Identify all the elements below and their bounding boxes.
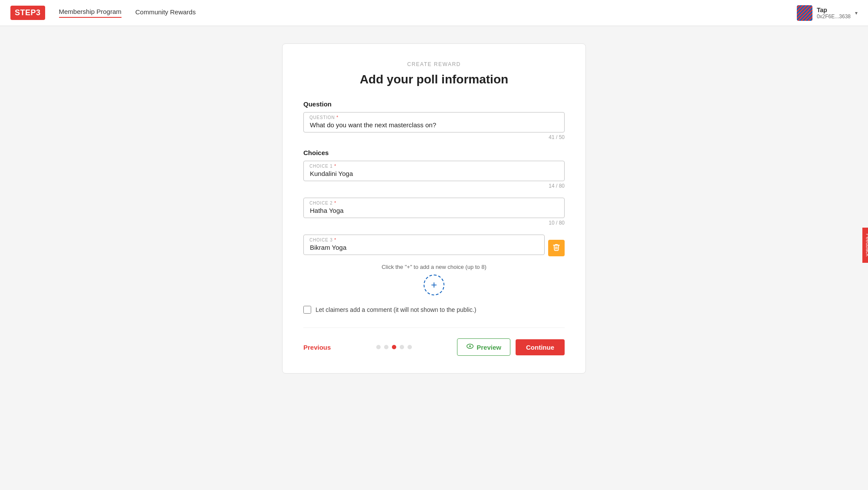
choice1-row: CHOICE 1 14 / 80: [303, 161, 565, 196]
plus-icon: +: [431, 279, 437, 291]
header: STEP3 Membership Program Community Rewar…: [0, 0, 868, 26]
choice2-input[interactable]: [303, 198, 565, 218]
wallet-avatar: [797, 5, 812, 21]
preview-button[interactable]: Preview: [457, 338, 510, 356]
step-dot-1: [376, 345, 381, 349]
choices-section: Choices CHOICE 1 14 / 80 CHOICE 2: [303, 149, 565, 257]
step-dots: [376, 345, 412, 349]
choice1-char-count: 14 / 80: [303, 183, 565, 189]
choice3-field-group: CHOICE 3: [303, 235, 545, 255]
svg-point-1: [469, 345, 471, 347]
chevron-down-icon[interactable]: ▾: [855, 10, 858, 16]
choice2-field-group: CHOICE 2: [303, 198, 565, 218]
form-title: Add your poll information: [303, 73, 565, 86]
form-footer: Previous Preview C: [303, 328, 565, 356]
step-dot-4: [400, 345, 404, 349]
step-dot-5: [408, 345, 412, 349]
wallet-info: Tap 0x2F6E...3638: [817, 7, 851, 20]
choice3-delete-button[interactable]: [548, 240, 565, 256]
choice1-field-group: CHOICE 1: [303, 161, 565, 181]
claimers-comment-checkbox[interactable]: [303, 306, 311, 314]
question-field-group: QUESTION: [303, 112, 565, 132]
footer-right: Preview Continue: [457, 338, 565, 356]
question-section-label: Question: [303, 100, 565, 108]
previous-button[interactable]: Previous: [303, 344, 331, 351]
choice2-char-count: 10 / 80: [303, 220, 565, 226]
choice2-row: CHOICE 2 10 / 80: [303, 198, 565, 233]
choice1-wrap: CHOICE 1 14 / 80: [303, 161, 565, 196]
question-input[interactable]: [303, 112, 565, 132]
checkbox-label[interactable]: Let claimers add a comment (it will not …: [316, 306, 476, 313]
step-label: CREATE REWARD: [303, 61, 565, 67]
delete-icon: [552, 243, 560, 253]
form-card: CREATE REWARD Add your poll information …: [282, 43, 586, 374]
choice3-row: CHOICE 3: [303, 235, 565, 257]
nav: Membership Program Community Rewards: [59, 8, 196, 18]
continue-button[interactable]: Continue: [516, 339, 565, 355]
preview-label: Preview: [477, 344, 501, 351]
checkbox-row: Let claimers add a comment (it will not …: [303, 306, 565, 314]
nav-community[interactable]: Community Rewards: [135, 8, 196, 17]
eye-icon: [466, 343, 474, 351]
choice2-wrap: CHOICE 2 10 / 80: [303, 198, 565, 233]
feedback-tab[interactable]: Feedback: [862, 228, 868, 263]
main-content: CREATE REWARD Add your poll information …: [0, 26, 868, 490]
nav-membership[interactable]: Membership Program: [59, 8, 122, 18]
step-dot-2: [384, 345, 388, 349]
add-choice-hint: Click the "+" to add a new choice (up to…: [303, 264, 565, 270]
choice3-wrap: CHOICE 3: [303, 235, 545, 257]
choices-section-label: Choices: [303, 149, 565, 156]
add-choice-button[interactable]: +: [424, 275, 444, 295]
choice3-input[interactable]: [303, 235, 545, 255]
wallet-name: Tap: [817, 7, 851, 13]
question-char-count: 41 / 50: [303, 134, 565, 140]
header-right: Tap 0x2F6E...3638 ▾: [797, 5, 858, 21]
step-dot-3: [392, 345, 396, 349]
choice1-input[interactable]: [303, 161, 565, 181]
logo: STEP3: [10, 6, 45, 20]
wallet-address: 0x2F6E...3638: [817, 13, 851, 20]
